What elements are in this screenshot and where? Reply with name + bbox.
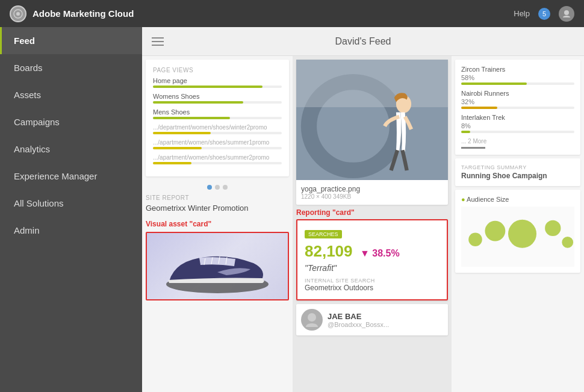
svg-point-15 <box>508 220 536 248</box>
svg-point-16 <box>545 220 561 236</box>
targeting-label: Targeting Summary <box>461 164 574 170</box>
person-info: JAE BAE @Broadxxx_Bossx... <box>328 312 389 328</box>
page-view-item-4: .../department/women/shoes/winter2promo <box>153 124 282 134</box>
sidebar-item-boards[interactable]: Boards <box>0 54 142 81</box>
svg-point-12 <box>308 313 316 322</box>
app-logo-icon <box>10 5 26 22</box>
page-view-item-3: Mens Shoes <box>153 108 282 119</box>
content-area: David's Feed Page Views Home page Womens… <box>142 27 584 392</box>
hamburger-menu[interactable] <box>152 37 164 46</box>
person-name: JAE BAE <box>328 312 389 321</box>
site-report-label: Site Report <box>146 194 289 201</box>
topbar: Adobe Marketing Cloud Help 5 <box>0 0 584 27</box>
internal-search-label: Internal Site Search <box>305 278 440 284</box>
reporting-card: Searches 82,109 ▼ 38.5% "Terrafit" Inter… <box>296 219 448 300</box>
sidebar-item-feed[interactable]: Feed <box>0 27 142 54</box>
audience-chart: $0k $100k $200k <box>461 207 574 267</box>
page-view-item-5: .../apartment/women/shoes/summer1promo <box>153 139 282 149</box>
person-role: @Broadxxx_Bossx... <box>328 321 389 328</box>
pct-down: ▼ 38.5% <box>360 248 400 258</box>
more-campaigns-link[interactable]: ... 2 More <box>461 138 574 145</box>
page-views-card: Page Views Home page Womens Shoes Mens S… <box>146 60 289 176</box>
runner-image <box>296 60 448 180</box>
svg-point-13 <box>468 232 482 246</box>
carousel-dots <box>142 180 293 194</box>
feed-body: Page Views Home page Womens Shoes Mens S… <box>142 56 584 392</box>
svg-point-14 <box>485 221 505 241</box>
page-views-label: Page Views <box>153 67 282 73</box>
notification-badge[interactable]: 5 <box>538 8 550 20</box>
page-view-item-2: Womens Shoes <box>153 93 282 104</box>
audience-label: ● Audience Size <box>461 196 574 203</box>
help-link[interactable]: Help <box>514 9 530 18</box>
sidebar-item-assets[interactable]: Assets <box>0 81 142 108</box>
reporting-annotation: Reporting "card" <box>296 208 448 219</box>
feed-header: David's Feed <box>142 27 584 56</box>
search-term: "Terrafit" <box>305 263 440 273</box>
internal-search-title: Geometrixx Outdoors <box>305 284 440 292</box>
searches-badge: Searches <box>305 230 342 238</box>
sidebar-item-admin[interactable]: Admin <box>0 217 142 244</box>
svg-point-2 <box>564 10 569 15</box>
sidebar-item-all-solutions[interactable]: All Solutions <box>0 190 142 217</box>
audience-size-card: ● Audience Size $0k $10 <box>455 190 580 273</box>
campaign-performance-card: Zircon Trainers 58% Nairobi Runners 32% … <box>455 60 580 155</box>
svg-rect-10 <box>296 60 448 107</box>
runner-filename: yoga_practice.png <box>301 185 443 193</box>
targeting-title: Running Shoe Campaign <box>461 172 574 180</box>
visual-asset-annotation: Visual asset "card" <box>146 220 211 228</box>
site-report-section: Site Report Geometrixx Winter Promotion <box>142 194 293 219</box>
page-view-item-6: .../apartment/women/shoes/summer2promo <box>153 154 282 164</box>
shoe-image <box>147 233 288 299</box>
user-avatar-icon[interactable] <box>559 6 574 22</box>
runner-info: yoga_practice.png 1220 × 400 349KB <box>296 180 448 205</box>
runner-meta: 1220 × 400 349KB <box>301 193 443 200</box>
feed-left-column: Page Views Home page Womens Shoes Mens S… <box>142 56 293 392</box>
sidebar-item-experience-manager[interactable]: Experience Manager <box>0 163 142 190</box>
reporting-wrapper: Reporting "card" Searches 82,109 ▼ 38.5%… <box>296 208 448 300</box>
feed-right-column: Zircon Trainers 58% Nairobi Runners 32% … <box>452 56 584 392</box>
big-number: 82,109 <box>305 242 353 260</box>
campaign-nairobi: Nairobi Runners 32% <box>461 90 574 109</box>
campaign-interlaken: Interlaken Trek 8% <box>461 114 574 133</box>
targeting-summary-card: Targeting Summary Running Shoe Campaign <box>455 158 580 186</box>
runner-card: yoga_practice.png 1220 × 400 349KB <box>296 60 448 205</box>
carousel-dot-2[interactable] <box>215 185 220 190</box>
sidebar-item-campaigns[interactable]: Campaigns <box>0 108 142 135</box>
app-title: Adobe Marketing Cloud <box>33 8 514 19</box>
svg-point-1 <box>16 12 20 16</box>
sidebar-item-analytics[interactable]: Analytics <box>0 135 142 163</box>
carousel-dot-1[interactable] <box>207 185 212 190</box>
svg-point-17 <box>562 237 573 248</box>
stats-row: 82,109 ▼ 38.5% <box>305 242 440 261</box>
carousel-dot-3[interactable] <box>223 185 228 190</box>
main-layout: Feed Boards Assets Campaigns Analytics E… <box>0 27 584 392</box>
top-actions: Help 5 <box>514 6 574 22</box>
person-row-jae-bae: JAE BAE @Broadxxx_Bossx... <box>296 304 448 335</box>
page-view-item-1: Home page <box>153 77 282 88</box>
campaign-zircon: Zircon Trainers 58% <box>461 66 574 85</box>
feed-title: David's Feed <box>335 36 391 47</box>
person-avatar <box>301 309 323 331</box>
visual-asset-wrapper: Visual asset "card" <box>146 232 289 300</box>
site-report-title: Geometrixx Winter Promotion <box>146 204 289 213</box>
feed-middle-column: yoga_practice.png 1220 × 400 349KB Repor… <box>293 56 452 392</box>
sidebar: Feed Boards Assets Campaigns Analytics E… <box>0 27 142 392</box>
visual-asset-card <box>146 232 289 300</box>
